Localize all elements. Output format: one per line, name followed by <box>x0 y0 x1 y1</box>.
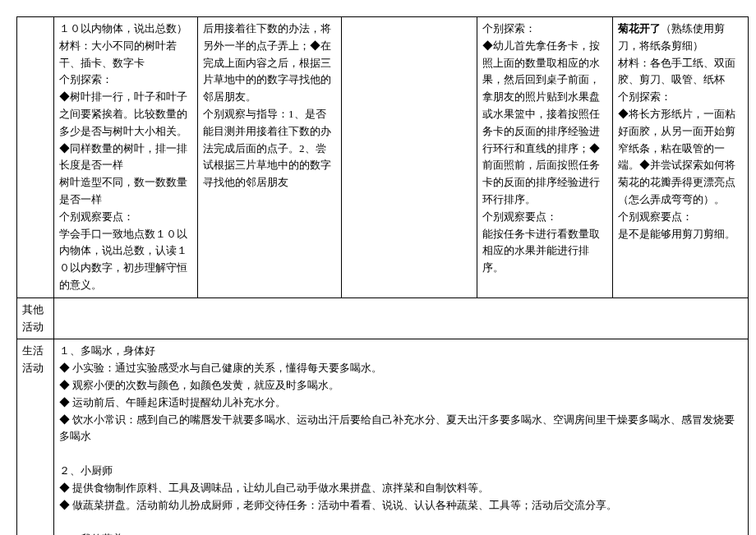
cell1-text: １０以内物体，说出总数） 材料：大小不同的树叶若干、插卡、数字卡 个别探索： ◆… <box>59 22 187 291</box>
cell5-body: 材料：各色手工纸、双面胶、剪刀、吸管、纸杯 个别探索： ◆将长方形纸片，一面粘好… <box>618 57 735 240</box>
section1-bullet3: ◆ 运动前后、午睡起床适时提醒幼儿补充水分。 <box>59 394 743 412</box>
life-activities-row: 生活活动 １、多喝水，身体好 ◆ 小实验：通过实验感受水与自己健康的关系，懂得每… <box>17 339 749 535</box>
section1-bullet1: ◆ 小实验：通过实验感受水与自己健康的关系，懂得每天要多喝水。 <box>59 360 743 377</box>
other-activities-label: 其他活动 <box>17 297 54 339</box>
section1-bullet2: ◆ 观察小便的次数与颜色，如颜色发黄，就应及时多喝水。 <box>59 377 743 394</box>
section1-bullet4: ◆ 饮水小常识：感到自己的嘴唇发干就要多喝水、运动出汗后要给自己补充水分、夏天出… <box>59 412 743 446</box>
section3-title: ３、我的营养 <box>59 531 743 535</box>
other-activities-content <box>54 297 749 339</box>
content-cell-5: 菊花开了（熟练使用剪刀，将纸条剪细） 材料：各色手工纸、双面胶、剪刀、吸管、纸杯… <box>613 17 749 298</box>
section2-bullet1: ◆ 提供食物制作原料、工具及调味品，让幼儿自己动手做水果拼盘、凉拌菜和自制饮料等… <box>59 480 743 497</box>
section2-title: ２、小厨师 <box>59 463 743 480</box>
section2-bullet2: ◆ 做蔬菜拼盘。活动前幼儿扮成厨师，老师交待任务：活动中看看、说说、认认各种蔬菜… <box>59 497 743 514</box>
other-activities-row: 其他活动 <box>17 297 749 339</box>
content-cell-2: 后用接着往下数的办法，将另外一半的点子弄上；◆在完成上面内容之后，根据三片草地中… <box>198 17 342 298</box>
section1-title: １、多喝水，身体好 <box>59 343 743 360</box>
cell2-text: 后用接着往下数的办法，将另外一半的点子弄上；◆在完成上面内容之后，根据三片草地中… <box>203 22 331 188</box>
document-table: １０以内物体，说出总数） 材料：大小不同的树叶若干、插卡、数字卡 个别探索： ◆… <box>16 16 749 535</box>
cell4-text: 个别探索： ◆幼儿首先拿任务卡，按照上面的数量取相应的水果，然后回到桌子前面，拿… <box>482 22 600 274</box>
life-activities-content: １、多喝水，身体好 ◆ 小实验：通过实验感受水与自己健康的关系，懂得每天要多喝水… <box>54 339 749 535</box>
activity-content-row: １０以内物体，说出总数） 材料：大小不同的树叶若干、插卡、数字卡 个别探索： ◆… <box>17 17 749 298</box>
content-cell-3 <box>342 17 477 298</box>
life-activities-label: 生活活动 <box>17 339 54 535</box>
content-cell-1: １０以内物体，说出总数） 材料：大小不同的树叶若干、插卡、数字卡 个别探索： ◆… <box>54 17 198 298</box>
row-label-cell <box>17 17 54 298</box>
cell5-title: 菊花开了 <box>618 22 661 35</box>
content-cell-4: 个别探索： ◆幼儿首先拿任务卡，按照上面的数量取相应的水果，然后回到桌子前面，拿… <box>477 17 613 298</box>
